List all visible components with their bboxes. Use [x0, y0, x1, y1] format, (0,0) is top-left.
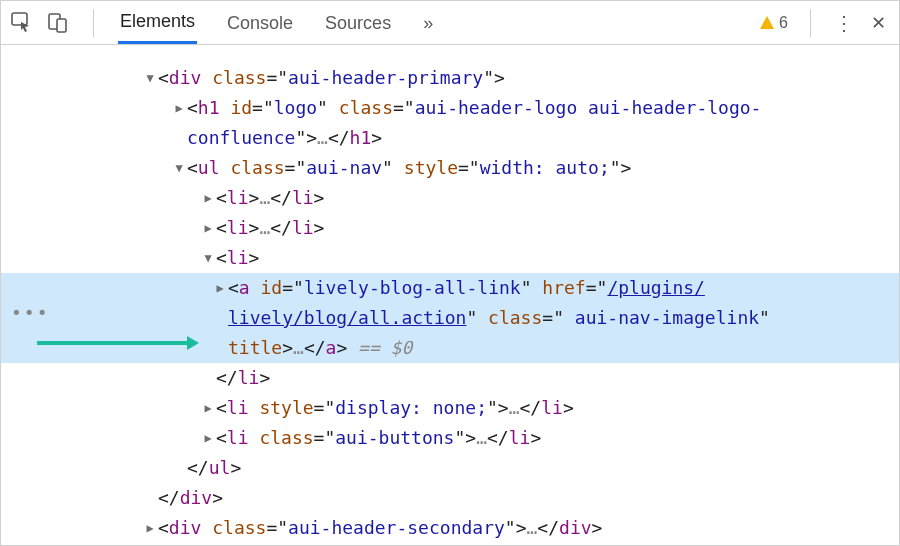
tab-elements[interactable]: Elements	[118, 1, 197, 44]
dom-node-ul[interactable]: ▼<ul class="aui-nav" style="width: auto;…	[1, 153, 899, 183]
dom-node-li-2[interactable]: ▶<li>…</li>	[1, 213, 899, 243]
elements-dom-tree[interactable]: ••• ▼<div class="aui-header-primary"> ▶<…	[1, 45, 899, 546]
more-tabs-button[interactable]: »	[421, 3, 435, 43]
selected-dom-node[interactable]: ▶<a id="lively-blog-all-link" href="/plu…	[1, 273, 899, 363]
device-toggle-icon[interactable]	[47, 12, 69, 34]
expand-toggle-icon[interactable]: ▶	[143, 513, 157, 543]
dom-node-li-5[interactable]: ▶<li class="aui-buttons">…</li>	[1, 423, 899, 453]
collapse-toggle-icon[interactable]: ▼	[172, 153, 186, 183]
collapse-toggle-icon[interactable]: ▼	[201, 243, 215, 273]
dom-node-div-primary-close[interactable]: </div>	[1, 483, 899, 513]
dom-node-div-secondary[interactable]: ▶<div class="aui-header-secondary">…</di…	[1, 513, 899, 543]
dom-node-div-primary[interactable]: ▼<div class="aui-header-primary">	[1, 63, 899, 93]
svg-rect-2	[57, 19, 66, 32]
inspect-icon[interactable]	[11, 12, 33, 34]
dom-node-li-1[interactable]: ▶<li>…</li>	[1, 183, 899, 213]
kebab-menu-icon[interactable]: ⋮	[833, 12, 855, 34]
warning-count: 6	[779, 14, 788, 32]
collapse-toggle-icon[interactable]: ▼	[143, 63, 157, 93]
toolbar-separator-2	[810, 9, 811, 37]
dom-node-li-3-close[interactable]: </li>	[1, 363, 899, 393]
expand-toggle-icon[interactable]: ▶	[201, 393, 215, 423]
devtools-tabs: Elements Console Sources »	[118, 1, 435, 44]
dom-node-ul-close[interactable]: </ul>	[1, 453, 899, 483]
devtools-toolbar: Elements Console Sources » 6 ⋮ ✕	[1, 1, 899, 45]
dom-node-li-3-open[interactable]: ▼<li>	[1, 243, 899, 273]
expand-toggle-icon[interactable]: ▶	[213, 273, 227, 303]
expand-toggle-icon[interactable]: ▶	[201, 213, 215, 243]
tab-sources[interactable]: Sources	[323, 3, 393, 43]
dom-node-h1[interactable]: ▶<h1 id="logo" class="aui-header-logo au…	[1, 93, 899, 153]
expand-toggle-icon[interactable]: ▶	[201, 423, 215, 453]
dom-node-li-4[interactable]: ▶<li style="display: none;">…</li>	[1, 393, 899, 423]
expand-toggle-icon[interactable]: ▶	[172, 93, 186, 123]
close-icon[interactable]: ✕	[867, 12, 889, 34]
toolbar-right: 6 ⋮ ✕	[759, 9, 889, 37]
toolbar-separator	[93, 9, 94, 37]
svg-rect-0	[12, 13, 27, 25]
expand-toggle-icon[interactable]: ▶	[201, 183, 215, 213]
toolbar-left: Elements Console Sources »	[11, 1, 435, 44]
warnings-badge[interactable]: 6	[759, 14, 788, 32]
tab-console[interactable]: Console	[225, 3, 295, 43]
